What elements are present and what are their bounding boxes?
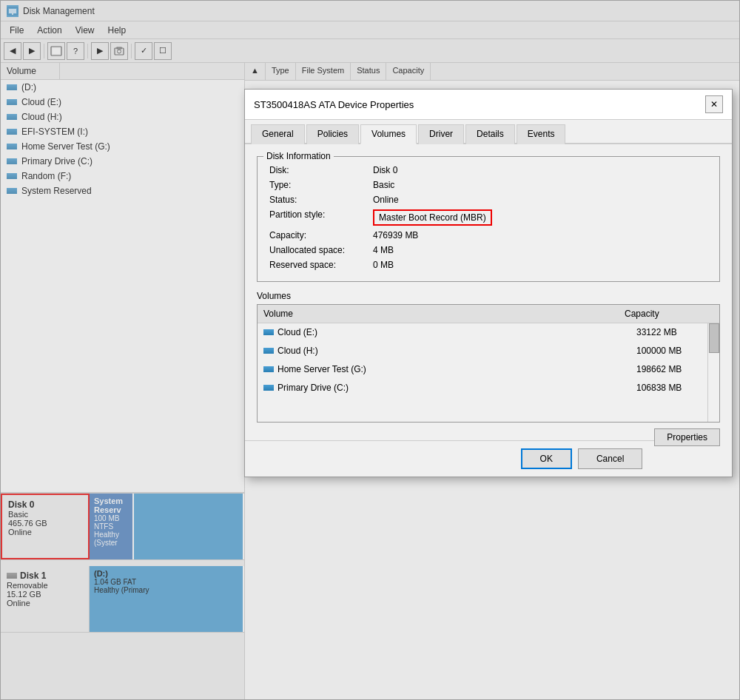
vol-name: Cloud (E:) <box>258 326 630 339</box>
vol-capacity: 106838 MB <box>630 381 719 394</box>
row-label-partition-style: Partition style: <box>266 207 370 228</box>
row-value-type: Basic <box>370 178 710 192</box>
cancel-button[interactable]: Cancel <box>578 448 642 469</box>
tab-policies[interactable]: Policies <box>306 124 359 144</box>
vol-drive-icon <box>263 366 274 372</box>
row-label-status: Status: <box>266 192 370 207</box>
dialog-close-button[interactable]: ✕ <box>705 95 723 113</box>
table-row: Partition style: Master Boot Record (MBR… <box>266 207 710 228</box>
dialog-body: Disk Information Disk: Disk 0 Type: Basi… <box>245 144 732 440</box>
scrollbar-track[interactable] <box>707 323 719 422</box>
vol-name: Primary Drive (C:) <box>258 381 630 394</box>
vol-capacity: 33122 MB <box>630 326 719 339</box>
row-label-disk: Disk: <box>266 163 370 178</box>
vol-header-volume: Volume <box>258 307 619 320</box>
row-label-reserved: Reserved space: <box>266 258 370 272</box>
vol-row-home-server[interactable]: Home Server Test (G:) 198662 MB <box>258 360 719 379</box>
tab-general[interactable]: General <box>251 124 305 144</box>
volumes-section-label: Volumes <box>257 291 720 301</box>
tab-events[interactable]: Events <box>517 124 566 144</box>
volumes-table: Volume Capacity Cloud (E:) 33122 MB Clou… <box>257 304 720 423</box>
vol-row-cloud-e[interactable]: Cloud (E:) 33122 MB <box>258 323 719 342</box>
row-label-unallocated: Unallocated space: <box>266 243 370 258</box>
vol-header-capacity: Capacity <box>619 307 707 320</box>
tab-driver[interactable]: Driver <box>418 124 464 144</box>
vol-capacity: 198662 MB <box>630 363 719 376</box>
row-value-partition-style: Master Boot Record (MBR) <box>370 207 710 228</box>
dialog-tabs: General Policies Volumes Driver Details … <box>245 120 732 144</box>
tab-volumes[interactable]: Volumes <box>360 124 417 144</box>
device-properties-dialog: ST3500418AS ATA Device Properties ✕ Gene… <box>244 89 733 477</box>
dialog-footer: OK Cancel <box>245 440 654 477</box>
dialog-title: ST3500418AS ATA Device Properties <box>254 99 414 110</box>
table-row: Type: Basic <box>266 178 710 192</box>
vol-capacity: 100000 MB <box>630 344 719 357</box>
disk-info-label: Disk Information <box>263 151 334 161</box>
vol-row-primary-drive[interactable]: Primary Drive (C:) 106838 MB <box>258 379 719 397</box>
row-value-disk: Disk 0 <box>370 163 710 178</box>
row-value-status: Online <box>370 192 710 207</box>
properties-button[interactable]: Properties <box>654 428 720 446</box>
row-label-capacity: Capacity: <box>266 228 370 243</box>
vol-row-cloud-h[interactable]: Cloud (H:) 100000 MB <box>258 342 719 360</box>
scrollbar-space <box>707 307 719 320</box>
row-label-type: Type: <box>266 178 370 192</box>
volumes-scroll-area[interactable]: Cloud (E:) 33122 MB Cloud (H:) 100000 MB… <box>258 323 719 422</box>
row-value-capacity: 476939 MB <box>370 228 710 243</box>
dialog-title-bar: ST3500418AS ATA Device Properties ✕ <box>245 90 732 120</box>
row-value-reserved: 0 MB <box>370 258 710 272</box>
table-row: Disk: Disk 0 <box>266 163 710 178</box>
vol-drive-icon <box>263 329 274 335</box>
vol-name: Home Server Test (G:) <box>258 363 630 376</box>
table-row: Reserved space: 0 MB <box>266 258 710 272</box>
vol-drive-icon <box>263 348 274 354</box>
table-row: Capacity: 476939 MB <box>266 228 710 243</box>
ok-button[interactable]: OK <box>521 448 572 469</box>
vol-name: Cloud (H:) <box>258 344 630 357</box>
partition-style-value: Master Boot Record (MBR) <box>373 209 492 226</box>
row-value-unallocated: 4 MB <box>370 243 710 258</box>
disk-info-group: Disk Information Disk: Disk 0 Type: Basi… <box>257 156 720 282</box>
vol-drive-icon <box>263 385 274 391</box>
scrollbar-thumb[interactable] <box>709 323 719 353</box>
disk-info-table: Disk: Disk 0 Type: Basic Status: Online … <box>266 163 710 272</box>
volumes-header: Volume Capacity <box>258 305 719 323</box>
table-row: Status: Online <box>266 192 710 207</box>
tab-details[interactable]: Details <box>465 124 515 144</box>
table-row: Unallocated space: 4 MB <box>266 243 710 258</box>
